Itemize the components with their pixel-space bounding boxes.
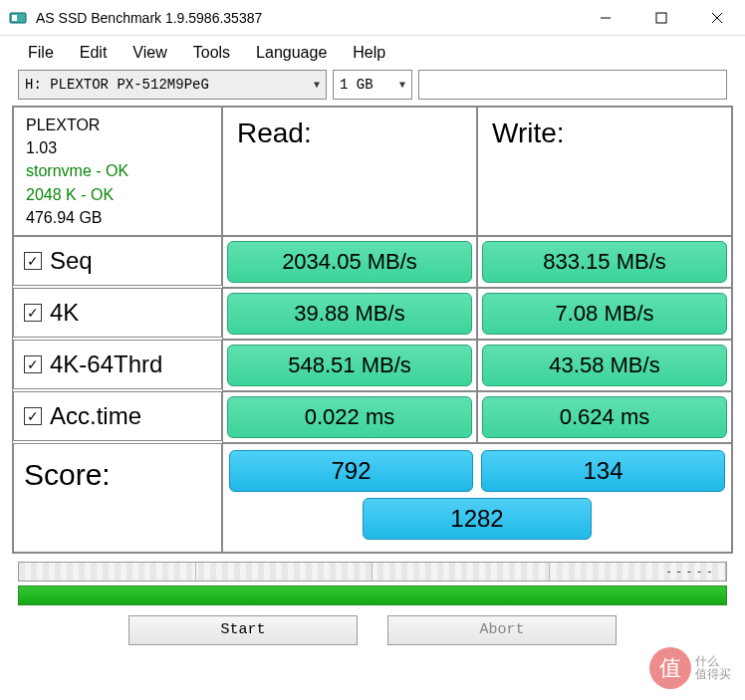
- size-select-value: 1 GB: [340, 77, 373, 93]
- watermark-text: 什么 值得买: [695, 655, 731, 681]
- 4k64-read-value: 548.51 MB/s: [227, 345, 472, 386]
- watermark: 值 什么 值得买: [649, 642, 739, 694]
- controls-row: H: PLEXTOR PX-512M9PeG ▼ 1 GB ▼: [0, 70, 745, 106]
- drive-info: PLEXTOR 1.03 stornvme - OK 2048 K - OK 4…: [13, 107, 222, 236]
- drive-name: PLEXTOR: [26, 114, 209, 136]
- minimize-button[interactable]: [578, 0, 633, 36]
- 4k-label: 4K: [50, 299, 79, 327]
- app-icon: [8, 8, 28, 28]
- acc-checkbox[interactable]: ✓: [24, 407, 42, 425]
- start-button[interactable]: Start: [128, 615, 358, 645]
- window-controls: [578, 0, 745, 35]
- acc-read-cell: 0.022 ms: [222, 391, 477, 443]
- write-header: Write:: [477, 107, 732, 236]
- acc-label: Acc.time: [50, 402, 141, 430]
- svg-rect-1: [12, 15, 17, 21]
- score-read: 792: [229, 450, 473, 492]
- score-cell: 792 134 1282: [222, 443, 732, 553]
- results-panel: PLEXTOR 1.03 stornvme - OK 2048 K - OK 4…: [12, 106, 733, 554]
- close-button[interactable]: [689, 0, 745, 36]
- 4k64-row-label: ✓ 4K-64Thrd: [13, 340, 222, 389]
- seq-read-value: 2034.05 MB/s: [227, 241, 472, 283]
- status-field: [418, 70, 727, 100]
- acc-row-label: ✓ Acc.time: [13, 391, 222, 441]
- menu-file[interactable]: File: [18, 42, 64, 64]
- menu-help[interactable]: Help: [343, 42, 395, 64]
- seq-write-cell: 833.15 MB/s: [477, 236, 732, 288]
- abort-button: Abort: [387, 615, 617, 645]
- seq-row-label: ✓ Seq: [13, 236, 222, 286]
- drive-alignment-status: 2048 K - OK: [26, 183, 209, 206]
- progress-dash: -----: [665, 565, 716, 579]
- 4k-row-label: ✓ 4K: [13, 288, 222, 338]
- chevron-down-icon: ▼: [314, 80, 320, 91]
- drive-capacity: 476.94 GB: [26, 206, 209, 229]
- maximize-button[interactable]: [633, 0, 689, 36]
- 4k64-checkbox[interactable]: ✓: [24, 355, 42, 373]
- acc-write-value: 0.624 ms: [482, 396, 727, 438]
- progress-area: -----: [0, 554, 745, 607]
- progress-bar-test: -----: [18, 562, 727, 582]
- 4k64-label: 4K-64Thrd: [50, 350, 162, 378]
- score-total: 1282: [363, 498, 592, 540]
- window-title: AS SSD Benchmark 1.9.5986.35387: [36, 10, 578, 26]
- menu-language[interactable]: Language: [246, 42, 337, 64]
- 4k64-write-value: 43.58 MB/s: [482, 345, 727, 386]
- titlebar: AS SSD Benchmark 1.9.5986.35387: [0, 0, 745, 36]
- seq-label: Seq: [50, 247, 93, 275]
- menu-edit[interactable]: Edit: [70, 42, 118, 64]
- menubar: File Edit View Tools Language Help: [0, 36, 745, 70]
- chevron-down-icon: ▼: [399, 80, 405, 91]
- drive-select[interactable]: H: PLEXTOR PX-512M9PeG ▼: [18, 70, 327, 100]
- 4k-write-cell: 7.08 MB/s: [477, 288, 732, 340]
- read-header: Read:: [222, 107, 477, 236]
- progress-bar-overall: [18, 585, 727, 605]
- drive-firmware: 1.03: [26, 136, 209, 159]
- 4k-read-value: 39.88 MB/s: [227, 293, 472, 335]
- seq-write-value: 833.15 MB/s: [482, 241, 727, 283]
- drive-driver-status: stornvme - OK: [26, 159, 209, 182]
- watermark-icon: 值: [649, 647, 691, 689]
- seq-read-cell: 2034.05 MB/s: [222, 236, 477, 288]
- 4k-read-cell: 39.88 MB/s: [222, 288, 477, 340]
- size-select[interactable]: 1 GB ▼: [333, 70, 412, 100]
- acc-read-value: 0.022 ms: [227, 396, 472, 438]
- menu-view[interactable]: View: [123, 42, 176, 64]
- score-write: 134: [481, 450, 725, 492]
- svg-rect-3: [656, 13, 666, 23]
- 4k-write-value: 7.08 MB/s: [482, 293, 727, 335]
- 4k-checkbox[interactable]: ✓: [24, 304, 42, 322]
- score-label-cell: Score:: [13, 443, 222, 553]
- button-row: Start Abort: [0, 607, 745, 657]
- score-label: Score:: [24, 458, 111, 492]
- 4k64-read-cell: 548.51 MB/s: [222, 340, 477, 391]
- menu-tools[interactable]: Tools: [183, 42, 240, 64]
- acc-write-cell: 0.624 ms: [477, 391, 732, 443]
- 4k64-write-cell: 43.58 MB/s: [477, 340, 732, 391]
- seq-checkbox[interactable]: ✓: [24, 252, 42, 270]
- drive-select-value: H: PLEXTOR PX-512M9PeG: [25, 77, 209, 93]
